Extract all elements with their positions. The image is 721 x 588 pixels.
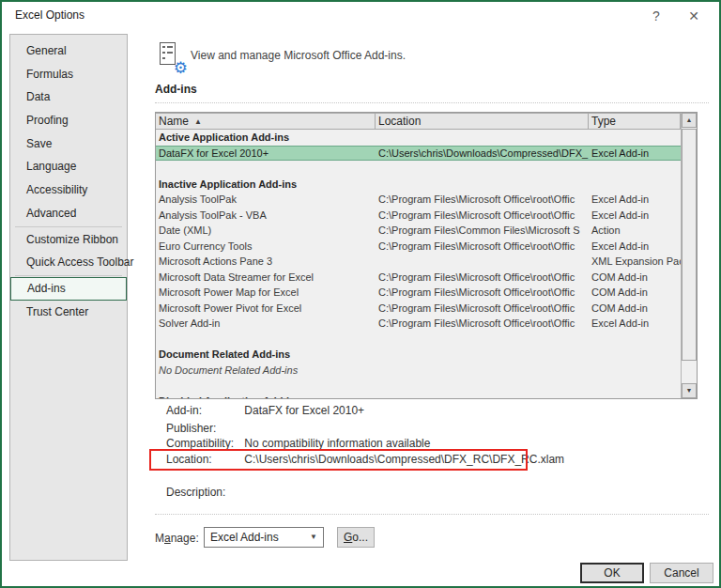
- cell-location: C:\Program Files\Microsoft Office\root\O…: [376, 208, 589, 224]
- cell-type: Excel Add-in: [589, 239, 681, 255]
- column-header-location[interactable]: Location: [376, 113, 589, 130]
- sidebar-item-formulas[interactable]: Formulas: [10, 63, 127, 86]
- sidebar-item-trust-center[interactable]: Trust Center: [10, 301, 127, 324]
- cell-location: [444, 130, 608, 146]
- table-scrollbar[interactable]: ▲ ▼: [681, 113, 697, 398]
- addins-table-body: Active Application Add-insDataFX for Exc…: [156, 130, 681, 398]
- cancel-button[interactable]: Cancel: [650, 563, 713, 583]
- table-row[interactable]: Microsoft Power Map for ExcelC:\Program …: [156, 285, 681, 301]
- sort-ascending-icon: ▲: [194, 117, 202, 126]
- table-row[interactable]: Microsoft Actions Pane 3XML Expansion Pa…: [156, 254, 681, 270]
- cell-location: C:\Program Files\Common Files\Microsoft …: [376, 223, 589, 239]
- table-row[interactable]: Analysis ToolPak - VBAC:\Program Files\M…: [156, 208, 681, 224]
- column-header-name[interactable]: Name▲: [156, 113, 376, 130]
- cell-name: DataFX for Excel 2010+: [156, 147, 376, 161]
- table-row-group[interactable]: Document Related Add-ins: [156, 347, 681, 363]
- cell-name: Solver Add-in: [156, 316, 376, 332]
- table-row-group[interactable]: Active Application Add-ins: [156, 130, 681, 146]
- cell-location: [376, 378, 589, 394]
- go-button[interactable]: Go...: [337, 527, 375, 548]
- cell-location: C:\Program Files\Microsoft Office\root\O…: [376, 301, 589, 317]
- cell-location: [444, 177, 608, 193]
- cell-type: [609, 347, 681, 363]
- cell-name: [156, 378, 376, 394]
- scrollbar-thumb[interactable]: [682, 129, 697, 361]
- table-row[interactable]: Date (XML)C:\Program Files\Common Files\…: [156, 223, 681, 239]
- cell-name: Inactive Application Add-ins: [156, 177, 444, 193]
- table-row[interactable]: Euro Currency ToolsC:\Program Files\Micr…: [156, 239, 681, 255]
- sidebar-item-data[interactable]: Data: [10, 85, 127, 109]
- cell-type: [589, 378, 681, 394]
- cell-type: COM Add-in: [589, 301, 681, 317]
- sidebar-separator: [15, 275, 122, 276]
- footer-divider: [155, 514, 709, 515]
- sidebar-item-add-ins[interactable]: Add-ins: [10, 277, 127, 301]
- detail-addin-row: Add-in: DataFX for Excel 2010+: [166, 404, 364, 417]
- cell-location: C:\Program Files\Microsoft Office\root\O…: [376, 239, 589, 255]
- detail-compatibility-label: Compatibility:: [166, 437, 241, 450]
- table-row[interactable]: DataFX for Excel 2010+C:\Users\chris\Dow…: [156, 146, 681, 162]
- cell-location: [376, 254, 589, 270]
- help-icon[interactable]: ?: [642, 6, 670, 26]
- detail-addin-label: Add-in:: [166, 404, 241, 417]
- cell-location: [444, 347, 608, 363]
- cell-location: C:\Program Files\Microsoft Office\root\O…: [376, 192, 589, 208]
- sidebar-item-language[interactable]: Language: [10, 155, 127, 178]
- cell-name: Euro Currency Tools: [156, 239, 376, 255]
- sidebar-item-save[interactable]: Save: [10, 132, 127, 156]
- scroll-up-icon[interactable]: ▲: [682, 113, 697, 128]
- table-row-group[interactable]: Inactive Application Add-ins: [156, 177, 681, 193]
- sidebar-item-quick-access-toolbar[interactable]: Quick Access Toolbar: [10, 251, 127, 274]
- table-row-empty: [156, 332, 681, 348]
- sidebar-item-advanced[interactable]: Advanced: [10, 202, 127, 225]
- cell-name: Microsoft Actions Pane 3: [156, 254, 376, 270]
- manage-dropdown[interactable]: Excel Add-ins ▼: [204, 527, 324, 548]
- cell-type: Action: [589, 223, 681, 239]
- cell-location: C:\Users\chris\Downloads\Compressed\DFX_: [376, 147, 589, 161]
- ok-button[interactable]: OK: [580, 563, 644, 583]
- sidebar-item-accessibility[interactable]: Accessibility: [10, 178, 127, 202]
- cell-name: Microsoft Data Streamer for Excel: [156, 270, 376, 286]
- cell-location: [444, 363, 608, 379]
- table-row[interactable]: Solver Add-inC:\Program Files\Microsoft …: [156, 316, 681, 332]
- gear-icon: ⚙: [174, 60, 188, 76]
- excel-options-dialog: Excel Options ? ✕ GeneralFormulasDataPro…: [0, 0, 721, 588]
- cell-name: Analysis ToolPak - VBA: [156, 208, 376, 224]
- sidebar-item-general[interactable]: General: [10, 39, 127, 63]
- dialog-title: Excel Options: [15, 8, 84, 22]
- scrollbar-track[interactable]: [682, 361, 697, 383]
- sidebar-separator: [15, 226, 122, 227]
- cell-type: [609, 130, 681, 146]
- manage-label: Manage:: [155, 532, 199, 545]
- cell-name: No Document Related Add-ins: [156, 363, 444, 379]
- section-title: Add-ins: [155, 83, 197, 96]
- cell-type: Excel Add-in: [589, 208, 681, 224]
- addins-page-icon: ⚙: [158, 42, 186, 72]
- table-row-group[interactable]: Disabled Application Add-ins: [156, 394, 681, 399]
- cell-name: Active Application Add-ins: [156, 130, 444, 146]
- table-row-note: No Document Related Add-ins: [156, 363, 681, 379]
- manage-dropdown-value: Excel Add-ins: [210, 531, 279, 544]
- section-divider: [155, 102, 709, 103]
- close-icon[interactable]: ✕: [680, 6, 708, 26]
- detail-compatibility-value: No compatibility information available: [244, 437, 430, 450]
- sidebar-item-proofing[interactable]: Proofing: [10, 109, 127, 132]
- table-row[interactable]: Analysis ToolPakC:\Program Files\Microso…: [156, 192, 681, 208]
- sidebar-item-customize-ribbon[interactable]: Customize Ribbon: [10, 228, 127, 252]
- cell-location: [376, 161, 589, 177]
- table-row[interactable]: Microsoft Data Streamer for ExcelC:\Prog…: [156, 270, 681, 286]
- chevron-down-icon: ▼: [310, 528, 317, 547]
- column-header-type[interactable]: Type: [589, 113, 681, 130]
- cell-type: COM Add-in: [589, 270, 681, 286]
- cell-name: Analysis ToolPak: [156, 192, 376, 208]
- detail-publisher-label: Publisher:: [166, 422, 241, 435]
- cell-location: [444, 394, 608, 399]
- addins-table: Name▲ Location Type Active Application A…: [155, 112, 698, 399]
- scroll-down-icon[interactable]: ▼: [682, 383, 697, 398]
- cell-location: C:\Program Files\Microsoft Office\root\O…: [376, 270, 589, 286]
- cell-type: XML Expansion Pack: [589, 254, 681, 270]
- cell-type: [609, 177, 681, 193]
- cell-type: Excel Add-in: [589, 147, 681, 161]
- table-row[interactable]: Microsoft Power Pivot for ExcelC:\Progra…: [156, 301, 681, 317]
- cell-type: [589, 332, 681, 348]
